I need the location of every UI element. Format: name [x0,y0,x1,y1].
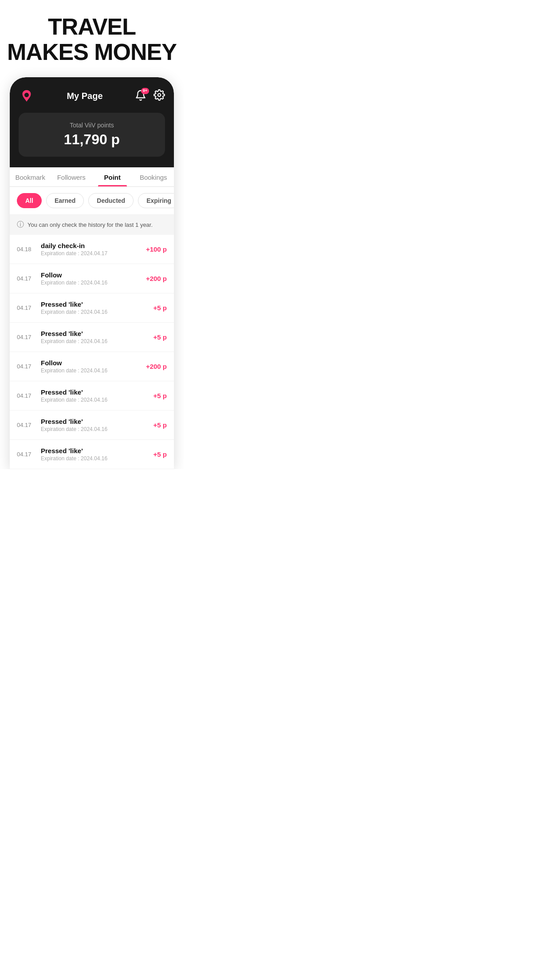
tx-date: 04.17 [17,275,36,282]
tx-expiry: Expiration date : 2024.04.16 [41,426,149,432]
info-icon: ⓘ [17,220,24,229]
notification-button[interactable]: 9+ [135,90,147,102]
tx-date: 04.17 [17,304,36,311]
tx-info: Pressed 'like' Expiration date : 2024.04… [36,447,153,462]
filter-earned[interactable]: Earned [46,193,84,208]
settings-button[interactable] [153,89,165,103]
tx-amount: +5 p [153,333,167,341]
phone-mockup: My Page 9+ Tota [10,77,174,469]
filter-deducted[interactable]: Deducted [88,193,134,208]
tx-name: Pressed 'like' [41,418,149,425]
gear-icon [153,89,165,101]
tab-point[interactable]: Point [92,167,133,186]
app-logo [19,88,35,104]
filter-row: All Earned Deducted Expiring [10,187,174,215]
transaction-item: 04.17 Pressed 'like' Expiration date : 2… [10,381,174,411]
tx-date: 04.17 [17,363,36,370]
tx-expiry: Expiration date : 2024.04.17 [41,250,142,257]
tx-amount: +5 p [153,304,167,312]
tx-amount: +200 p [146,363,167,370]
transaction-item: 04.17 Pressed 'like' Expiration date : 2… [10,293,174,323]
tx-date: 04.18 [17,246,36,253]
tx-info: daily check-in Expiration date : 2024.04… [36,242,146,257]
transaction-item: 04.17 Pressed 'like' Expiration date : 2… [10,440,174,469]
transaction-list: 04.18 daily check-in Expiration date : 2… [10,235,174,469]
tx-amount: +100 p [146,245,167,253]
tx-expiry: Expiration date : 2024.04.16 [41,455,149,462]
phone-header: My Page 9+ Tota [10,77,174,167]
tx-info: Pressed 'like' Expiration date : 2024.04… [36,388,153,403]
tx-date: 04.17 [17,422,36,428]
tabs-row: Bookmark Followers Point Bookings [10,167,174,187]
tx-name: Pressed 'like' [41,330,149,337]
tab-bookings[interactable]: Bookings [133,167,174,186]
notification-badge: 9+ [141,88,149,94]
transaction-item: 04.17 Follow Expiration date : 2024.04.1… [10,264,174,293]
hero-line2: MAKES MONEY [7,40,177,65]
page-title: My Page [67,91,102,101]
tab-bookmark[interactable]: Bookmark [10,167,51,186]
tx-info: Pressed 'like' Expiration date : 2024.04… [36,300,153,315]
tx-info: Pressed 'like' Expiration date : 2024.04… [36,330,153,344]
points-label: Total ViiV points [28,122,156,129]
tx-expiry: Expiration date : 2024.04.16 [41,338,149,344]
info-banner: ⓘ You can only check the history for the… [10,215,174,235]
tx-expiry: Expiration date : 2024.04.16 [41,368,142,374]
tx-amount: +5 p [153,450,167,458]
tx-name: Pressed 'like' [41,388,149,396]
filter-expiring[interactable]: Expiring [138,193,174,208]
transaction-item: 04.17 Pressed 'like' Expiration date : 2… [10,411,174,440]
transaction-item: 04.18 daily check-in Expiration date : 2… [10,235,174,264]
nav-right-icons: 9+ [135,89,165,103]
tx-info: Follow Expiration date : 2024.04.16 [36,359,146,374]
tx-name: Pressed 'like' [41,447,149,454]
filter-all[interactable]: All [17,193,42,208]
tx-name: Follow [41,271,142,279]
tx-info: Pressed 'like' Expiration date : 2024.04… [36,418,153,432]
tx-name: Pressed 'like' [41,300,149,308]
tab-followers[interactable]: Followers [51,167,92,186]
tx-expiry: Expiration date : 2024.04.16 [41,397,149,403]
info-text: You can only check the history for the l… [28,221,153,228]
tx-date: 04.17 [17,334,36,340]
tx-amount: +200 p [146,275,167,282]
tx-date: 04.17 [17,392,36,399]
tx-amount: +5 p [153,421,167,429]
tx-name: Follow [41,359,142,367]
tx-name: daily check-in [41,242,142,249]
points-value: 11,790 p [28,131,156,148]
transaction-item: 04.17 Follow Expiration date : 2024.04.1… [10,352,174,381]
points-card: Total ViiV points 11,790 p [19,113,165,157]
tx-info: Follow Expiration date : 2024.04.16 [36,271,146,286]
hero-section: TRAVEL MAKES MONEY [7,14,177,65]
tx-expiry: Expiration date : 2024.04.16 [41,280,142,286]
nav-bar: My Page 9+ [19,88,165,104]
hero-line1: TRAVEL [7,14,177,40]
tx-expiry: Expiration date : 2024.04.16 [41,309,149,315]
tx-date: 04.17 [17,451,36,458]
tx-amount: +5 p [153,392,167,399]
transaction-item: 04.17 Pressed 'like' Expiration date : 2… [10,323,174,352]
svg-point-0 [158,94,161,97]
